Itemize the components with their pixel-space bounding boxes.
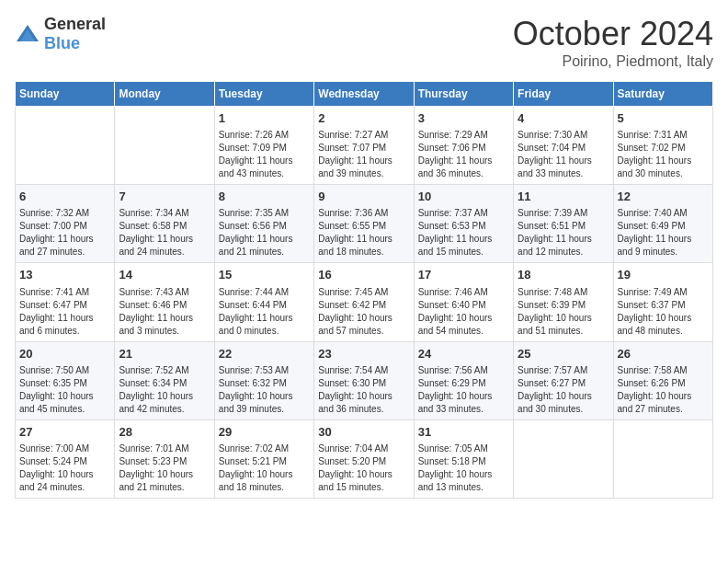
calendar-empty-cell — [16, 107, 115, 185]
day-info: Sunrise: 7:56 AM Sunset: 6:29 PM Dayligh… — [418, 364, 509, 416]
day-info: Sunrise: 7:29 AM Sunset: 7:06 PM Dayligh… — [418, 129, 509, 180]
calendar-day-23: 23Sunrise: 7:54 AM Sunset: 6:30 PM Dayli… — [314, 341, 414, 419]
day-info: Sunrise: 7:01 AM Sunset: 5:23 PM Dayligh… — [119, 442, 210, 494]
calendar-day-24: 24Sunrise: 7:56 AM Sunset: 6:29 PM Dayli… — [414, 341, 513, 419]
calendar-day-21: 21Sunrise: 7:52 AM Sunset: 6:34 PM Dayli… — [115, 341, 214, 419]
calendar-header-row: SundayMondayTuesdayWednesdayThursdayFrid… — [16, 82, 713, 107]
day-info: Sunrise: 7:40 AM Sunset: 6:49 PM Dayligh… — [618, 207, 709, 259]
day-info: Sunrise: 7:05 AM Sunset: 5:18 PM Dayligh… — [418, 442, 509, 494]
day-number: 23 — [318, 346, 409, 362]
day-info: Sunrise: 7:00 AM Sunset: 5:24 PM Dayligh… — [19, 442, 110, 494]
calendar-week-3: 13Sunrise: 7:41 AM Sunset: 6:47 PM Dayli… — [16, 263, 713, 341]
day-number: 15 — [219, 267, 310, 283]
logo: General Blue — [15, 15, 106, 53]
calendar-header-saturday: Saturday — [613, 82, 712, 107]
calendar-day-12: 12Sunrise: 7:40 AM Sunset: 6:49 PM Dayli… — [613, 185, 712, 263]
day-number: 12 — [618, 189, 709, 205]
day-number: 29 — [219, 424, 310, 441]
day-number: 5 — [618, 110, 709, 127]
day-info: Sunrise: 7:36 AM Sunset: 6:55 PM Dayligh… — [318, 207, 409, 259]
calendar-week-1: 1Sunrise: 7:26 AM Sunset: 7:09 PM Daylig… — [16, 107, 713, 185]
day-number: 30 — [318, 424, 409, 441]
day-number: 16 — [318, 267, 409, 283]
day-info: Sunrise: 7:53 AM Sunset: 6:32 PM Dayligh… — [219, 364, 310, 416]
calendar-day-5: 5Sunrise: 7:31 AM Sunset: 7:02 PM Daylig… — [613, 107, 712, 185]
day-number: 26 — [618, 346, 709, 362]
calendar-day-13: 13Sunrise: 7:41 AM Sunset: 6:47 PM Dayli… — [16, 263, 115, 341]
day-number: 10 — [418, 189, 509, 205]
calendar-day-26: 26Sunrise: 7:58 AM Sunset: 6:26 PM Dayli… — [613, 341, 712, 419]
day-number: 13 — [19, 267, 110, 283]
day-info: Sunrise: 7:41 AM Sunset: 6:47 PM Dayligh… — [19, 286, 110, 338]
day-number: 2 — [318, 110, 409, 127]
calendar-empty-cell — [514, 419, 613, 498]
calendar-day-25: 25Sunrise: 7:57 AM Sunset: 6:27 PM Dayli… — [514, 341, 613, 419]
page-header: General Blue October 2024 Poirino, Piedm… — [15, 15, 713, 70]
calendar-day-3: 3Sunrise: 7:29 AM Sunset: 7:06 PM Daylig… — [414, 107, 513, 185]
day-info: Sunrise: 7:02 AM Sunset: 5:21 PM Dayligh… — [219, 442, 310, 494]
day-number: 24 — [418, 346, 509, 362]
day-info: Sunrise: 7:43 AM Sunset: 6:46 PM Dayligh… — [119, 286, 210, 338]
day-info: Sunrise: 7:50 AM Sunset: 6:35 PM Dayligh… — [19, 364, 110, 416]
day-info: Sunrise: 7:52 AM Sunset: 6:34 PM Dayligh… — [119, 364, 210, 416]
day-info: Sunrise: 7:57 AM Sunset: 6:27 PM Dayligh… — [518, 364, 609, 416]
day-info: Sunrise: 7:44 AM Sunset: 6:44 PM Dayligh… — [219, 286, 310, 338]
day-info: Sunrise: 7:58 AM Sunset: 6:26 PM Dayligh… — [618, 364, 709, 416]
day-number: 20 — [19, 346, 110, 362]
calendar-day-28: 28Sunrise: 7:01 AM Sunset: 5:23 PM Dayli… — [115, 419, 214, 498]
day-number: 28 — [119, 424, 210, 441]
calendar-header-sunday: Sunday — [16, 82, 115, 107]
logo-icon — [15, 21, 40, 47]
day-number: 21 — [119, 346, 210, 362]
calendar-day-10: 10Sunrise: 7:37 AM Sunset: 6:53 PM Dayli… — [414, 185, 513, 263]
day-info: Sunrise: 7:30 AM Sunset: 7:04 PM Dayligh… — [518, 129, 609, 180]
calendar-table: SundayMondayTuesdayWednesdayThursdayFrid… — [15, 81, 713, 499]
calendar-day-16: 16Sunrise: 7:45 AM Sunset: 6:42 PM Dayli… — [314, 263, 414, 341]
day-info: Sunrise: 7:46 AM Sunset: 6:40 PM Dayligh… — [418, 286, 509, 338]
day-info: Sunrise: 7:54 AM Sunset: 6:30 PM Dayligh… — [318, 364, 409, 416]
calendar-day-4: 4Sunrise: 7:30 AM Sunset: 7:04 PM Daylig… — [514, 107, 613, 185]
calendar-day-20: 20Sunrise: 7:50 AM Sunset: 6:35 PM Dayli… — [16, 341, 115, 419]
calendar-week-2: 6Sunrise: 7:32 AM Sunset: 7:00 PM Daylig… — [16, 185, 713, 263]
day-number: 4 — [518, 110, 609, 127]
calendar-header-friday: Friday — [514, 82, 613, 107]
day-number: 11 — [518, 189, 609, 205]
calendar-day-18: 18Sunrise: 7:48 AM Sunset: 6:39 PM Dayli… — [514, 263, 613, 341]
title-block: October 2024 Poirino, Piedmont, Italy — [513, 15, 713, 70]
calendar-body: 1Sunrise: 7:26 AM Sunset: 7:09 PM Daylig… — [16, 107, 713, 499]
day-info: Sunrise: 7:32 AM Sunset: 7:00 PM Dayligh… — [19, 207, 110, 259]
day-info: Sunrise: 7:31 AM Sunset: 7:02 PM Dayligh… — [618, 129, 709, 180]
day-info: Sunrise: 7:39 AM Sunset: 6:51 PM Dayligh… — [518, 207, 609, 259]
location: Poirino, Piedmont, Italy — [513, 53, 713, 70]
calendar-week-5: 27Sunrise: 7:00 AM Sunset: 5:24 PM Dayli… — [16, 419, 713, 498]
day-number: 22 — [219, 346, 310, 362]
day-number: 3 — [418, 110, 509, 127]
day-info: Sunrise: 7:45 AM Sunset: 6:42 PM Dayligh… — [318, 286, 409, 338]
calendar-day-17: 17Sunrise: 7:46 AM Sunset: 6:40 PM Dayli… — [414, 263, 513, 341]
calendar-day-14: 14Sunrise: 7:43 AM Sunset: 6:46 PM Dayli… — [115, 263, 214, 341]
day-number: 19 — [618, 267, 709, 283]
month-title: October 2024 — [513, 15, 713, 53]
calendar-day-27: 27Sunrise: 7:00 AM Sunset: 5:24 PM Dayli… — [16, 419, 115, 498]
calendar-day-6: 6Sunrise: 7:32 AM Sunset: 7:00 PM Daylig… — [16, 185, 115, 263]
day-number: 17 — [418, 267, 509, 283]
calendar-header-wednesday: Wednesday — [314, 82, 414, 107]
day-number: 8 — [219, 189, 310, 205]
calendar-day-30: 30Sunrise: 7:04 AM Sunset: 5:20 PM Dayli… — [314, 419, 414, 498]
day-number: 27 — [19, 424, 110, 441]
day-info: Sunrise: 7:48 AM Sunset: 6:39 PM Dayligh… — [518, 286, 609, 338]
day-info: Sunrise: 7:37 AM Sunset: 6:53 PM Dayligh… — [418, 207, 509, 259]
calendar-day-1: 1Sunrise: 7:26 AM Sunset: 7:09 PM Daylig… — [214, 107, 313, 185]
logo-general: General — [44, 15, 106, 33]
calendar-day-11: 11Sunrise: 7:39 AM Sunset: 6:51 PM Dayli… — [514, 185, 613, 263]
calendar-header-thursday: Thursday — [414, 82, 513, 107]
day-info: Sunrise: 7:26 AM Sunset: 7:09 PM Dayligh… — [219, 129, 310, 180]
calendar-day-9: 9Sunrise: 7:36 AM Sunset: 6:55 PM Daylig… — [314, 185, 414, 263]
day-number: 18 — [518, 267, 609, 283]
calendar-day-22: 22Sunrise: 7:53 AM Sunset: 6:32 PM Dayli… — [214, 341, 313, 419]
day-info: Sunrise: 7:35 AM Sunset: 6:56 PM Dayligh… — [219, 207, 310, 259]
day-number: 1 — [219, 110, 310, 127]
day-number: 25 — [518, 346, 609, 362]
day-number: 7 — [119, 189, 210, 205]
day-info: Sunrise: 7:27 AM Sunset: 7:07 PM Dayligh… — [318, 129, 409, 180]
